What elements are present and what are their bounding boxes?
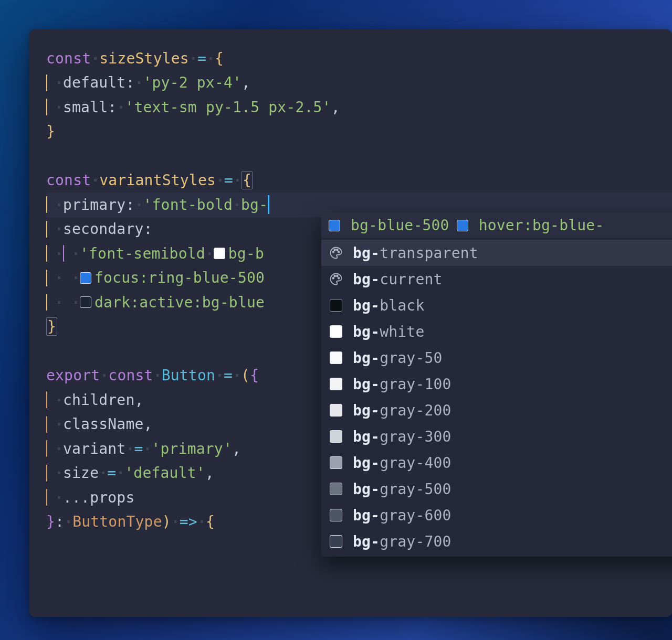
color-swatch-icon xyxy=(330,378,342,390)
tailwind-class: bg-b xyxy=(228,245,264,262)
string: 'py-2 px-4' xyxy=(143,74,242,91)
completion-label: bg-transparent xyxy=(353,244,478,262)
string: 'text-sm py-1.5 px-2.5' xyxy=(125,99,331,116)
color-swatch-icon xyxy=(214,248,225,259)
completion-item[interactable]: bg-white xyxy=(321,318,672,345)
completion-item[interactable]: bg-gray-500 xyxy=(321,476,672,502)
svg-point-7 xyxy=(338,278,340,279)
keyword: const xyxy=(46,50,91,67)
completion-label: bg-gray-50 xyxy=(353,349,443,367)
brace: { xyxy=(215,50,224,67)
color-swatch-icon xyxy=(330,509,342,521)
completion-label: bg-current xyxy=(353,271,443,288)
svg-point-4 xyxy=(332,278,334,279)
operator: = xyxy=(224,172,233,189)
svg-point-0 xyxy=(332,251,334,253)
string-quote: ' xyxy=(80,245,89,262)
color-swatch-icon xyxy=(329,220,340,231)
color-swatch-icon xyxy=(330,299,342,312)
color-swatch-icon xyxy=(80,272,91,284)
completion-label: bg-gray-400 xyxy=(353,454,452,472)
palette-icon xyxy=(329,246,343,260)
completion-label: bg-black xyxy=(353,297,424,314)
property: secondary: xyxy=(63,220,153,238)
brace: } xyxy=(46,317,57,336)
operator: = xyxy=(134,440,143,457)
color-swatch-icon xyxy=(457,220,468,231)
colon: : xyxy=(55,513,64,530)
property: variant xyxy=(63,440,125,457)
color-swatch-icon xyxy=(330,483,342,495)
palette-icon xyxy=(329,272,343,286)
color-swatch-icon xyxy=(330,404,342,417)
property: small: xyxy=(63,99,117,116)
svg-point-2 xyxy=(337,249,338,251)
identifier: Button xyxy=(162,367,215,384)
completion-item[interactable]: bg-gray-300 xyxy=(321,423,672,450)
comma: , xyxy=(144,415,153,433)
identifier: sizeStyles xyxy=(99,50,189,67)
completion-label: bg-gray-300 xyxy=(353,428,452,445)
property: size xyxy=(63,464,99,482)
completion-label: bg-gray-600 xyxy=(353,507,452,524)
brace: } xyxy=(46,123,55,140)
svg-point-1 xyxy=(334,249,335,251)
completion-item[interactable]: bg-gray-50 xyxy=(321,345,672,371)
brace: } xyxy=(46,513,55,530)
code-editor[interactable]: constsizeStyles={ default:'py-2 px-4', s… xyxy=(29,29,672,617)
operator: = xyxy=(224,367,233,384)
completion-label: bg-gray-500 xyxy=(353,481,452,498)
color-swatch-icon xyxy=(330,325,342,338)
tailwind-class: font-bold xyxy=(152,196,233,214)
operator: = xyxy=(107,464,116,482)
code-line[interactable]: constvariantStyles={ xyxy=(46,168,672,193)
completion-item[interactable]: bg-gray-600 xyxy=(321,502,672,528)
paren: ) xyxy=(162,513,171,530)
code-line[interactable] xyxy=(46,144,672,168)
comma: , xyxy=(232,440,241,457)
property: children xyxy=(63,391,134,409)
intellisense-popup[interactable]: bg-blue-500 hover:bg-blue- bg-transparen… xyxy=(321,213,672,557)
code-line[interactable]: } xyxy=(46,120,672,144)
brace: { xyxy=(250,367,259,384)
color-swatch-icon xyxy=(330,430,342,443)
code-line[interactable]: constsizeStyles={ xyxy=(46,46,672,71)
paren: ( xyxy=(241,367,250,384)
completion-label: bg-gray-700 xyxy=(353,533,452,550)
comma: , xyxy=(134,391,143,409)
svg-point-3 xyxy=(338,251,340,253)
completion-item[interactable]: bg-gray-400 xyxy=(321,450,672,476)
color-swatch-icon xyxy=(80,296,91,308)
suggestion-token: hover:bg-blue- xyxy=(479,217,604,234)
tailwind-class: bg- xyxy=(241,196,268,214)
operator: = xyxy=(197,50,206,67)
code-line[interactable]: default:'py-2 px-4', xyxy=(46,71,672,95)
completion-item[interactable]: bg-current xyxy=(321,266,672,292)
completion-label: bg-white xyxy=(353,323,424,340)
identifier: variantStyles xyxy=(99,172,216,189)
comma: , xyxy=(205,464,214,482)
completion-list[interactable]: bg-transparentbg-currentbg-blackbg-white… xyxy=(321,238,672,557)
comma: , xyxy=(242,74,250,91)
spread: ...props xyxy=(63,489,134,506)
color-swatch-icon xyxy=(330,351,342,364)
completion-item[interactable]: bg-gray-200 xyxy=(321,397,672,423)
completion-item[interactable]: bg-gray-700 xyxy=(321,528,672,554)
svg-point-5 xyxy=(334,275,335,277)
text-cursor xyxy=(268,195,269,214)
string: 'primary' xyxy=(151,440,232,457)
string: 'default' xyxy=(124,464,205,482)
color-swatch-icon xyxy=(330,535,342,548)
keyword: const xyxy=(46,172,91,189)
property: className xyxy=(63,415,144,433)
completion-item[interactable]: bg-black xyxy=(321,292,672,318)
completion-item[interactable]: bg-gray-100 xyxy=(321,371,672,397)
property: primary: xyxy=(63,196,134,214)
brace: { xyxy=(206,513,215,530)
suggestion-hint: bg-blue-500 hover:bg-blue- xyxy=(321,213,672,238)
code-line[interactable]: small:'text-sm py-1.5 px-2.5', xyxy=(46,95,672,120)
completion-label: bg-gray-100 xyxy=(353,376,452,393)
arrow: => xyxy=(180,513,197,530)
color-swatch-icon xyxy=(330,456,342,469)
completion-item[interactable]: bg-transparent xyxy=(321,240,672,266)
